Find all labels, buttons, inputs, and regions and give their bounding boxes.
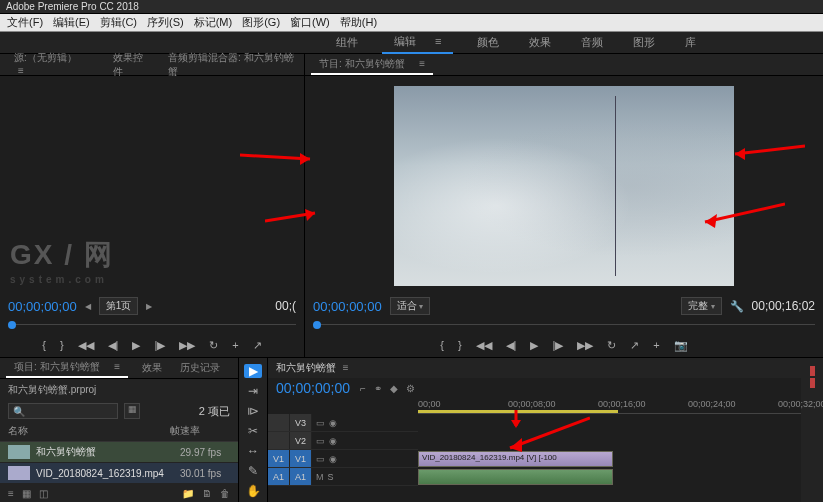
timeline-tracks-area[interactable]: VID_20180824_162319.mp4 [V] [-100 — [418, 414, 801, 486]
track-v3[interactable]: V3▭◉ — [268, 414, 418, 432]
project-panel: 项目: 和六舅钓螃蟹 ≡ 效果 历史记录 和六舅钓螃蟹.prproj ▦ 2 项… — [0, 358, 238, 502]
ws-library[interactable]: 库 — [679, 32, 702, 53]
time-ruler[interactable]: 00;00 00;00;08;00 00;00;16;00 00;00;24;0… — [418, 398, 801, 414]
eye-icon[interactable]: ◉ — [329, 454, 337, 464]
trash-icon[interactable]: 🗑 — [220, 488, 230, 499]
menu-window[interactable]: 窗口(W) — [287, 15, 333, 30]
toggle-icon[interactable]: ▭ — [316, 454, 325, 464]
tab-history[interactable]: 历史记录 — [176, 359, 224, 377]
camera-icon[interactable]: 📷 — [674, 339, 688, 352]
ws-color[interactable]: 颜色 — [471, 32, 505, 53]
program-transport: { } ◀◀ ◀| ▶ |▶ ▶▶ ↻ ↗ + 📷 — [305, 333, 823, 357]
project-row[interactable]: 和六舅钓螃蟹 29.97 fps — [0, 442, 238, 462]
track-a1[interactable]: A1A1MS — [268, 468, 418, 486]
ffwd-button[interactable]: ▶▶ — [179, 339, 195, 352]
insert-button[interactable]: + — [232, 339, 238, 351]
wrench-icon[interactable]: 🔧 — [730, 300, 744, 313]
ffwd-button[interactable]: ▶▶ — [577, 339, 593, 352]
project-filename: 和六舅钓螃蟹.prproj — [0, 379, 238, 401]
play-button[interactable]: ▶ — [132, 339, 140, 352]
mark-in-button[interactable]: { — [440, 339, 444, 351]
mark-out-button[interactable]: } — [60, 339, 64, 351]
project-row[interactable]: VID_20180824_162319.mp4 30.01 fps — [0, 463, 238, 483]
sequence-tab[interactable]: 和六舅钓螃蟹 ≡ — [276, 361, 349, 375]
col-name[interactable]: 名称 — [8, 424, 170, 438]
toggle-icon[interactable]: ▭ — [316, 436, 325, 446]
solo-icon[interactable]: S — [328, 472, 334, 482]
hamburger-icon[interactable]: ≡ — [429, 32, 447, 50]
extract-button[interactable]: + — [653, 339, 659, 351]
pen-tool-icon[interactable]: ✎ — [244, 464, 262, 478]
ws-assembly[interactable]: 组件 — [330, 32, 364, 53]
ripple-tool-icon[interactable]: ⧐ — [244, 404, 262, 418]
source-tc-out: 00;( — [275, 299, 296, 313]
program-tc-out: 00;00;16;02 — [752, 299, 815, 313]
audio-clip[interactable] — [418, 469, 613, 485]
selection-tool-icon[interactable]: ▶ — [244, 364, 262, 378]
slip-tool-icon[interactable]: ↔ — [244, 444, 262, 458]
project-search-input[interactable] — [8, 403, 118, 419]
menu-edit[interactable]: 编辑(E) — [50, 15, 93, 30]
track-v1[interactable]: V1V1▭◉ — [268, 450, 418, 468]
step-fwd-button[interactable]: |▶ — [154, 339, 165, 352]
fit-dropdown[interactable]: 适合 ▾ — [390, 297, 431, 315]
menu-file[interactable]: 文件(F) — [4, 15, 46, 30]
ws-graphics[interactable]: 图形 — [627, 32, 661, 53]
hand-tool-icon[interactable]: ✋ — [244, 484, 262, 498]
lift-button[interactable]: ↗ — [630, 339, 639, 352]
ws-editing[interactable]: 编辑 ≡ — [382, 31, 453, 54]
program-scrubber[interactable] — [313, 319, 815, 331]
timeline-tc[interactable]: 00;00;00;00 — [276, 380, 350, 396]
source-tc-in[interactable]: 00;00;00;00 — [8, 299, 77, 314]
track-select-tool-icon[interactable]: ⇥ — [244, 384, 262, 398]
filter-icon[interactable]: ▦ — [124, 403, 140, 419]
menu-marker[interactable]: 标记(M) — [191, 15, 236, 30]
work-area[interactable] — [418, 410, 618, 413]
ws-audio[interactable]: 音频 — [575, 32, 609, 53]
rewind-button[interactable]: ◀◀ — [476, 339, 492, 352]
loop-button[interactable]: ↻ — [607, 339, 616, 352]
step-back-button[interactable]: ◀| — [108, 339, 119, 352]
new-bin-icon[interactable]: 📁 — [182, 488, 194, 499]
step-back-button[interactable]: ◀| — [506, 339, 517, 352]
track-v2[interactable]: V2▭◉ — [268, 432, 418, 450]
list-view-icon[interactable]: ≡ — [8, 488, 14, 499]
play-button[interactable]: ▶ — [530, 339, 538, 352]
video-clip[interactable]: VID_20180824_162319.mp4 [V] [-100 — [418, 451, 613, 467]
menu-bar: 文件(F) 编辑(E) 剪辑(C) 序列(S) 标记(M) 图形(G) 窗口(W… — [0, 14, 823, 32]
step-fwd-button[interactable]: |▶ — [552, 339, 563, 352]
snap-icon[interactable]: ⌐ — [360, 383, 366, 394]
next-page-icon[interactable]: ▶ — [146, 302, 152, 311]
rewind-button[interactable]: ◀◀ — [78, 339, 94, 352]
ws-effects[interactable]: 效果 — [523, 32, 557, 53]
menu-help[interactable]: 帮助(H) — [337, 15, 380, 30]
program-viewer — [305, 76, 823, 295]
prev-page-icon[interactable]: ◀ — [85, 302, 91, 311]
mark-out-button[interactable]: } — [458, 339, 462, 351]
source-scrubber[interactable] — [8, 319, 296, 331]
tab-program[interactable]: 节目: 和六舅钓螃蟹 ≡ — [311, 55, 433, 75]
toggle-icon[interactable]: ▭ — [316, 418, 325, 428]
tab-project[interactable]: 项目: 和六舅钓螃蟹 ≡ — [6, 358, 128, 378]
settings-icon[interactable]: ⚙ — [406, 383, 415, 394]
link-icon[interactable]: ⚭ — [374, 383, 382, 394]
marker-icon[interactable]: ◆ — [390, 383, 398, 394]
freeform-icon[interactable]: ◫ — [39, 488, 48, 499]
menu-clip[interactable]: 剪辑(C) — [97, 15, 140, 30]
menu-sequence[interactable]: 序列(S) — [144, 15, 187, 30]
razor-tool-icon[interactable]: ✂ — [244, 424, 262, 438]
menu-graphics[interactable]: 图形(G) — [239, 15, 283, 30]
quality-dropdown[interactable]: 完整 ▾ — [681, 297, 722, 315]
program-tc-in[interactable]: 00;00;00;00 — [313, 299, 382, 314]
col-fps[interactable]: 帧速率 — [170, 424, 230, 438]
page-selector[interactable]: 第1页 — [99, 297, 139, 315]
mute-icon[interactable]: M — [316, 472, 324, 482]
eye-icon[interactable]: ◉ — [329, 436, 337, 446]
eye-icon[interactable]: ◉ — [329, 418, 337, 428]
icon-view-icon[interactable]: ▦ — [22, 488, 31, 499]
export-frame-button[interactable]: ↗ — [253, 339, 262, 352]
tab-effects[interactable]: 效果 — [138, 359, 166, 377]
loop-button[interactable]: ↻ — [209, 339, 218, 352]
new-item-icon[interactable]: 🗎 — [202, 488, 212, 499]
mark-in-button[interactable]: { — [42, 339, 46, 351]
